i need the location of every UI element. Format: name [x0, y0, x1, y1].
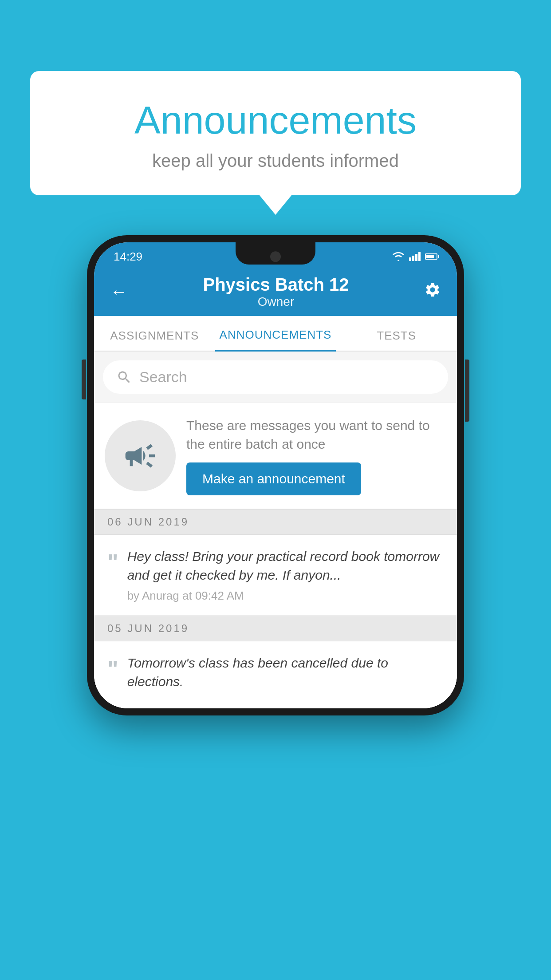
battery-icon: [425, 253, 437, 260]
speech-bubble: Announcements keep all your students inf…: [30, 71, 521, 195]
tab-assignments[interactable]: ASSIGNMENTS: [94, 329, 215, 351]
wifi-icon: [392, 252, 405, 261]
quote-icon-1: ": [107, 549, 118, 576]
date-separator-1: 06 JUN 2019: [94, 509, 457, 535]
message-content-1: Hey class! Bring your practical record b…: [127, 547, 444, 603]
message-item-1[interactable]: " Hey class! Bring your practical record…: [94, 535, 457, 616]
message-text-2: Tomorrow's class has been cancelled due …: [127, 654, 444, 691]
megaphone-icon: [122, 438, 158, 474]
date-separator-2: 05 JUN 2019: [94, 616, 457, 641]
search-placeholder: Search: [139, 368, 187, 386]
speech-bubble-subtitle: keep all your students informed: [48, 151, 503, 171]
phone-mockup: 14:29: [87, 235, 464, 715]
notch: [236, 242, 315, 265]
search-icon: [116, 369, 132, 385]
phone-inner: 14:29: [94, 242, 457, 708]
settings-icon[interactable]: [424, 281, 441, 302]
status-icons: [392, 252, 437, 261]
make-announcement-button[interactable]: Make an announcement: [186, 462, 361, 495]
app-bar-subtitle: Owner: [128, 295, 424, 309]
quote-icon-2: ": [107, 656, 118, 682]
message-meta-1: by Anurag at 09:42 AM: [127, 589, 444, 603]
app-bar-title-container: Physics Batch 12 Owner: [128, 275, 424, 309]
search-bar[interactable]: Search: [103, 360, 448, 394]
phone-outer: 14:29: [87, 235, 464, 715]
tab-announcements[interactable]: ANNOUNCEMENTS: [215, 328, 336, 352]
signal-icon: [409, 252, 421, 261]
back-button[interactable]: ←: [110, 282, 128, 302]
announcement-banner: These are messages you want to send to t…: [94, 403, 457, 509]
app-bar-title: Physics Batch 12: [128, 275, 424, 295]
announcement-text-container: These are messages you want to send to t…: [186, 416, 446, 495]
message-text-1: Hey class! Bring your practical record b…: [127, 547, 444, 585]
message-item-2[interactable]: " Tomorrow's class has been cancelled du…: [94, 641, 457, 708]
screen: 14:29: [94, 242, 457, 708]
tabs-container: ASSIGNMENTS ANNOUNCEMENTS TESTS: [94, 316, 457, 352]
content-area: Search These are messages you want to se…: [94, 360, 457, 708]
tab-tests[interactable]: TESTS: [336, 329, 457, 351]
speech-bubble-container: Announcements keep all your students inf…: [30, 71, 521, 195]
status-time: 14:29: [114, 250, 142, 264]
message-content-2: Tomorrow's class has been cancelled due …: [127, 654, 444, 695]
app-bar: ← Physics Batch 12 Owner: [94, 267, 457, 316]
announcement-icon-circle: [105, 420, 176, 491]
announcement-description: These are messages you want to send to t…: [186, 416, 446, 454]
speech-bubble-title: Announcements: [48, 98, 503, 143]
front-camera: [270, 251, 281, 262]
